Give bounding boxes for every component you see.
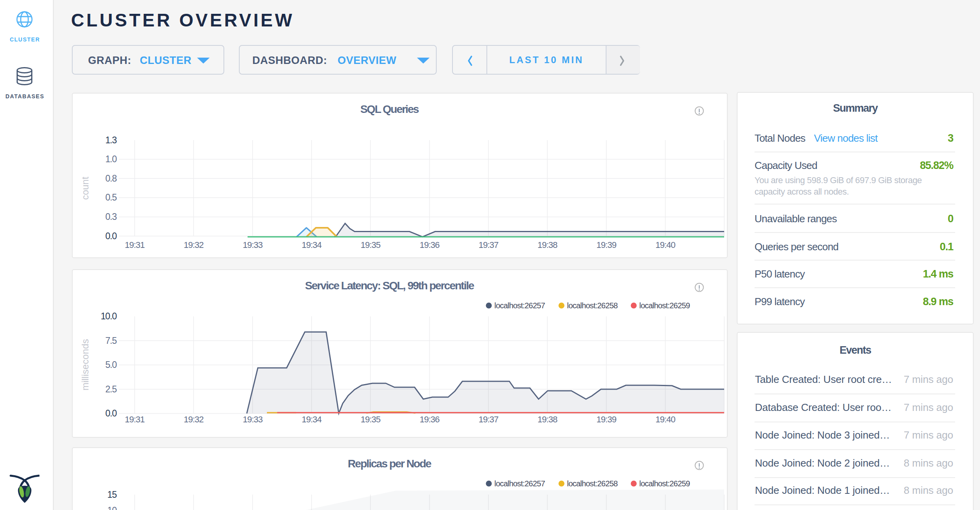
svg-text:19:40: 19:40 <box>655 240 676 250</box>
svg-text:19:31: 19:31 <box>125 414 145 424</box>
svg-text:1.0: 1.0 <box>105 154 117 164</box>
svg-text:10: 10 <box>107 505 117 510</box>
svg-text:localhost:26259: localhost:26259 <box>639 301 690 310</box>
svg-text:15: 15 <box>107 489 117 500</box>
svg-text:0.8: 0.8 <box>105 173 117 184</box>
svg-text:19:32: 19:32 <box>184 240 204 250</box>
svg-text:19:38: 19:38 <box>537 414 558 424</box>
svg-text:19:34: 19:34 <box>302 240 322 250</box>
svg-text:19:39: 19:39 <box>597 414 617 424</box>
svg-text:19:32: 19:32 <box>184 414 204 424</box>
svg-text:19:33: 19:33 <box>243 240 263 250</box>
svg-text:19:34: 19:34 <box>302 414 322 424</box>
svg-text:19:37: 19:37 <box>479 414 499 424</box>
svg-text:0.0: 0.0 <box>105 231 117 241</box>
svg-text:10.0: 10.0 <box>101 311 116 321</box>
svg-text:localhost:26258: localhost:26258 <box>567 301 618 310</box>
svg-text:19:38: 19:38 <box>537 240 558 250</box>
svg-text:19:40: 19:40 <box>655 414 676 424</box>
svg-text:SQL Queries: SQL Queries <box>360 103 419 115</box>
svg-text:7.5: 7.5 <box>105 336 117 346</box>
svg-text:localhost:26257: localhost:26257 <box>494 479 545 488</box>
svg-text:count: count <box>80 176 90 200</box>
svg-text:19:37: 19:37 <box>479 240 499 250</box>
svg-text:Replicas per Node: Replicas per Node <box>348 458 432 470</box>
svg-text:2.5: 2.5 <box>105 384 117 394</box>
svg-text:19:35: 19:35 <box>360 240 381 250</box>
svg-text:5.0: 5.0 <box>105 360 117 370</box>
svg-text:0.0: 0.0 <box>105 408 117 418</box>
svg-text:19:33: 19:33 <box>243 414 263 424</box>
svg-text:19:36: 19:36 <box>420 240 440 250</box>
svg-text:Service Latency: SQL, 99th per: Service Latency: SQL, 99th percentile <box>305 279 474 292</box>
svg-text:19:35: 19:35 <box>360 414 381 424</box>
svg-text:localhost:26258: localhost:26258 <box>567 479 618 488</box>
svg-text:1.3: 1.3 <box>105 135 117 145</box>
svg-text:19:31: 19:31 <box>125 240 145 250</box>
svg-text:localhost:26257: localhost:26257 <box>494 301 545 310</box>
svg-text:19:39: 19:39 <box>597 240 617 250</box>
svg-text:0.3: 0.3 <box>105 212 117 222</box>
svg-text:19:36: 19:36 <box>420 414 440 424</box>
svg-text:localhost:26259: localhost:26259 <box>639 479 690 488</box>
svg-text:0.5: 0.5 <box>105 192 117 202</box>
svg-text:milliseconds: milliseconds <box>80 339 90 391</box>
